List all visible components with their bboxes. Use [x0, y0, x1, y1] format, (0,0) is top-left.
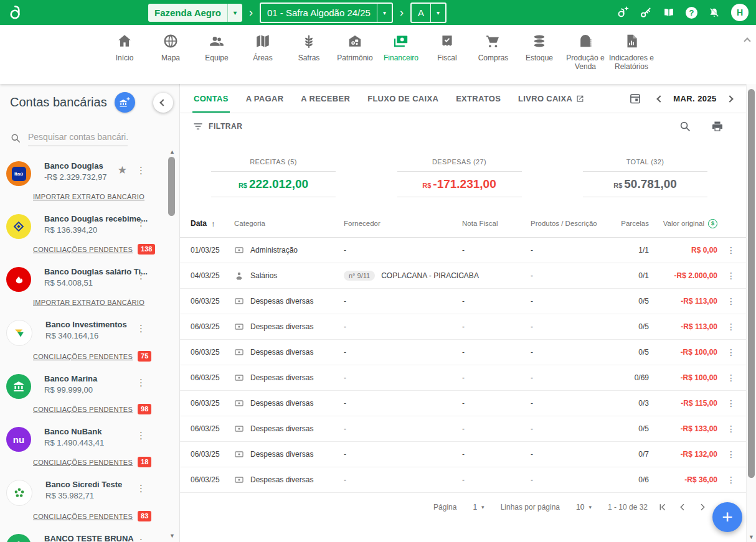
transaction-row[interactable]: 06/03/25 Despesas diversas - - - 0/5 -R$… [180, 314, 746, 340]
account-menu-icon[interactable]: ⋮ [136, 378, 146, 387]
account-action-link[interactable]: CONCILIAÇÕES PENDENTES [33, 406, 133, 413]
page-select[interactable]: 1▾ [473, 503, 484, 512]
sidebar-scrollbar-thumb[interactable] [168, 157, 175, 216]
column-header-categoria[interactable]: Categoria [234, 220, 344, 227]
help-icon[interactable]: ? [686, 7, 697, 19]
bank-account-item[interactable]: Banco Marina R$ 99.999,00 ★ ⋮ CONCILIAÇÕ… [0, 374, 179, 414]
search-table-icon[interactable] [679, 120, 691, 133]
previous-page-button[interactable] [678, 502, 687, 512]
caret-down-icon[interactable]: ▾ [377, 9, 392, 16]
account-menu-icon[interactable]: ⋮ [136, 484, 146, 493]
account-action-link[interactable]: IMPORTAR EXTRATO BANCÁRIO [33, 299, 144, 306]
sidebar-scroll-down-icon[interactable]: ▼ [169, 533, 175, 539]
row-menu-icon[interactable]: ⋮ [717, 245, 745, 255]
account-menu-icon[interactable]: ⋮ [136, 218, 146, 227]
calendar-icon[interactable] [629, 92, 641, 105]
account-menu-icon[interactable]: ⋮ [136, 431, 146, 440]
caret-down-icon[interactable]: ▾ [431, 9, 445, 16]
column-header-parcelas[interactable]: Parcelas [612, 220, 649, 227]
account-menu-icon[interactable]: ⋮ [136, 538, 146, 542]
account-action-link[interactable]: CONCILIAÇÕES PENDENTES [33, 246, 133, 253]
account-action-link[interactable]: IMPORTAR EXTRATO BANCÁRIO [33, 193, 144, 200]
filter-button[interactable]: FILTRAR [192, 121, 243, 132]
search-accounts-input[interactable] [28, 129, 128, 146]
row-menu-icon[interactable]: ⋮ [717, 347, 745, 357]
column-header-valor[interactable]: Valor original$ [649, 219, 717, 228]
user-avatar[interactable]: H [731, 4, 749, 21]
page-scroll-down-icon[interactable]: ▼ [749, 534, 754, 540]
add-transaction-fab[interactable]: + [712, 502, 742, 532]
nav-item[interactable]: Patrimônio [332, 25, 378, 84]
account-action-link[interactable]: CONCILIAÇÕES PENDENTES [33, 513, 133, 520]
tab[interactable]: A PAGAR [237, 84, 293, 113]
manual-book-icon[interactable] [663, 6, 675, 19]
rows-per-page-select[interactable]: 10▾ [576, 503, 592, 512]
harvest-selector[interactable]: 01 - Safra Algodão 24/25 ▾ [260, 2, 393, 23]
row-menu-icon[interactable]: ⋮ [717, 398, 745, 408]
collapse-nav-chevron-icon[interactable] [745, 35, 750, 46]
favorite-star-icon[interactable]: ★ [118, 165, 127, 175]
row-menu-icon[interactable]: ⋮ [717, 322, 745, 332]
nav-item[interactable]: Equipe [194, 25, 240, 84]
add-farm-icon[interactable] [617, 6, 629, 19]
nav-item[interactable]: Áreas [240, 25, 286, 84]
nav-item[interactable]: Compras [470, 25, 516, 84]
tab[interactable]: A RECEBER [292, 84, 359, 113]
print-icon[interactable] [711, 120, 724, 133]
transaction-row[interactable]: 06/03/25 Despesas diversas - - - 0/69 -R… [180, 365, 746, 391]
transaction-row[interactable]: 04/03/25 Salários n° 9/11 COPLACANA - PI… [180, 263, 746, 289]
transaction-row[interactable]: 06/03/25 Despesas diversas - - - 0/5 -R$… [180, 289, 746, 314]
bank-account-item[interactable]: Itaú Banco Douglas -R$ 2.329.732,97 ★ ⋮ [0, 161, 179, 201]
bank-account-item[interactable]: Banco Investimentos R$ 340.164,16 ★ ⋮ CO… [0, 320, 179, 361]
page-scrollbar-thumb[interactable] [748, 89, 755, 478]
collapse-sidebar-button[interactable] [153, 93, 173, 113]
transaction-row[interactable]: 06/03/25 Despesas diversas - - - 0/7 -R$… [180, 442, 746, 467]
bank-account-item[interactable]: Banco Douglas recebime... R$ 136.394,20 … [0, 214, 179, 254]
transaction-row[interactable]: 06/03/25 Despesas diversas - - - 0/3 -R$… [180, 391, 746, 416]
sidebar-scroll-up-icon[interactable]: ▲ [169, 149, 175, 155]
page-scrollbar[interactable]: ▼ [746, 84, 756, 542]
bank-account-item[interactable]: Banco Douglas salário Ti... R$ 54.008,51… [0, 267, 179, 307]
field-selector[interactable]: A ▾ [410, 2, 447, 23]
account-menu-icon[interactable]: ⋮ [136, 324, 146, 333]
column-header-data[interactable]: Data↑ [191, 219, 234, 228]
account-action-link[interactable]: CONCILIAÇÕES PENDENTES [33, 459, 133, 466]
transaction-row[interactable]: 06/03/25 Despesas diversas - - - 0/5 -R$… [180, 416, 746, 442]
nav-item[interactable]: Fiscal [424, 25, 470, 84]
column-header-nota-fiscal[interactable]: Nota Fiscal [462, 220, 531, 227]
row-menu-icon[interactable]: ⋮ [717, 475, 745, 485]
transaction-row[interactable]: 01/03/25 Administração - - - 1/1 R$ 0,00… [180, 238, 746, 263]
row-menu-icon[interactable]: ⋮ [717, 296, 745, 306]
row-menu-icon[interactable]: ⋮ [717, 373, 745, 383]
tab[interactable]: FLUXO DE CAIXA [359, 84, 447, 113]
nav-item[interactable]: Financeiro [378, 25, 424, 84]
nav-item[interactable]: Safras [286, 25, 332, 84]
nav-item[interactable]: Indicadores e Relatórios [608, 25, 654, 84]
transaction-row[interactable]: 06/03/25 Despesas diversas - - - 0/5 -R$… [180, 340, 746, 365]
row-menu-icon[interactable]: ⋮ [717, 449, 745, 459]
tab[interactable]: LIVRO CAIXA [509, 84, 593, 113]
next-month-button[interactable] [727, 93, 732, 104]
transaction-row[interactable]: 06/03/25 Despesas diversas - - - 0/6 -R$… [180, 467, 746, 493]
tab[interactable]: EXTRATOS [447, 84, 509, 113]
nav-item[interactable]: Estoque [516, 25, 562, 84]
column-header-produtos[interactable]: Produtos / Descrição [531, 220, 612, 227]
row-menu-icon[interactable]: ⋮ [717, 424, 745, 434]
notifications-off-icon[interactable] [708, 6, 721, 19]
account-menu-icon[interactable]: ⋮ [136, 271, 146, 280]
nav-item[interactable]: Produção e Venda [562, 25, 608, 84]
caret-down-icon[interactable]: ▾ [228, 9, 242, 16]
first-page-button[interactable] [658, 502, 668, 512]
tab[interactable]: CONTAS [185, 84, 237, 113]
key-icon[interactable] [640, 6, 652, 19]
previous-month-button[interactable] [658, 93, 663, 104]
nav-item[interactable]: Início [102, 25, 148, 84]
farm-selector[interactable]: Fazenda Aegro ▾ [148, 4, 242, 22]
next-page-button[interactable] [697, 502, 707, 512]
account-menu-icon[interactable]: ⋮ [136, 166, 146, 175]
add-bank-account-button[interactable] [115, 92, 135, 113]
account-action-link[interactable]: CONCILIAÇÕES PENDENTES [33, 353, 133, 360]
column-header-fornecedor[interactable]: Fornecedor [344, 220, 462, 227]
row-menu-icon[interactable]: ⋮ [717, 271, 745, 281]
bank-account-item[interactable]: BANCO TESTE BRUNA R$ 4.459,51 ★ ⋮ [0, 534, 179, 542]
